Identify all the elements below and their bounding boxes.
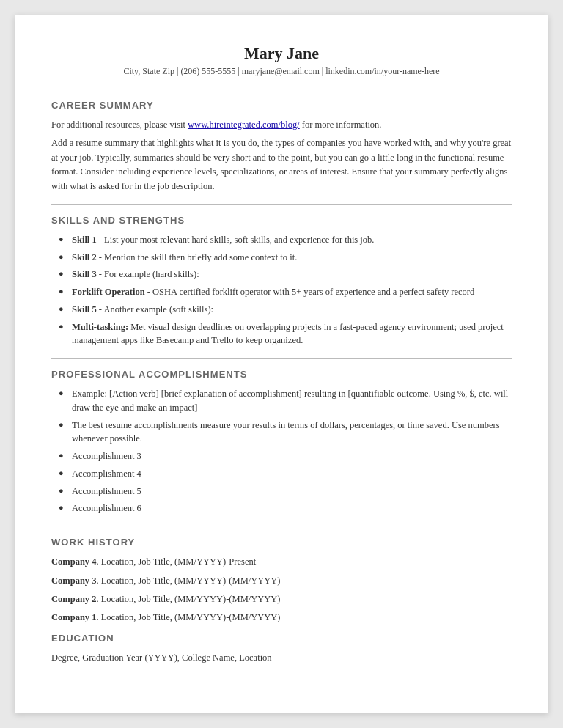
divider-skills — [51, 204, 512, 205]
accomplishments-section: PROFESSIONAL ACCOMPLISHMENTS Example: [A… — [51, 369, 512, 515]
career-summary-text: Add a resume summary that highlights wha… — [51, 136, 512, 194]
work-history-section: WORK HISTORY Company 4. Location, Job Ti… — [51, 537, 512, 625]
work-entry: Company 2. Location, Job Title, (MM/YYYY… — [51, 592, 512, 606]
skill-bold: Skill 2 — [72, 252, 97, 262]
list-item: Skill 3 - For example (hard skills): — [59, 268, 512, 282]
accomplishments-title: PROFESSIONAL ACCOMPLISHMENTS — [51, 369, 512, 380]
header-contact: City, State Zip | (206) 555-5555 | maryj… — [51, 66, 512, 77]
list-item: The best resume accomplishments measure … — [59, 419, 512, 446]
skills-section: SKILLS AND STRENGTHS Skill 1 - List your… — [51, 215, 512, 348]
education-body: Degree, Graduation Year (YYYY), College … — [51, 651, 512, 665]
resume-container: Mary Jane City, State Zip | (206) 555-55… — [15, 15, 548, 713]
work-history-body: Company 4. Location, Job Title, (MM/YYYY… — [51, 555, 512, 625]
education-section: EDUCATION Degree, Graduation Year (YYYY)… — [51, 633, 512, 665]
skills-list: Skill 1 - List your most relevant hard s… — [51, 233, 512, 348]
company-name: Company 3 — [51, 576, 96, 586]
accomplishments-list: Example: [Action verb] [brief explanatio… — [51, 387, 512, 515]
divider-accomplishments — [51, 358, 512, 359]
skill-bold: Multi-tasking: — [72, 322, 128, 332]
education-text: Degree, Graduation Year (YYYY), College … — [51, 651, 512, 665]
career-summary-section: CAREER SUMMARY For additional resources,… — [51, 100, 512, 194]
divider-work-history — [51, 526, 512, 526]
skill-bold: Skill 5 — [72, 304, 97, 315]
company-name: Company 4 — [51, 556, 96, 567]
list-item: Skill 5 - Another example (soft skills): — [59, 303, 512, 317]
skills-title: SKILLS AND STRENGTHS — [51, 215, 512, 226]
career-summary-body: For additional resources, please visit w… — [51, 118, 512, 194]
list-item: Multi-tasking: Met visual design deadlin… — [59, 320, 512, 348]
list-item: Accomplishment 5 — [59, 485, 512, 499]
resume-header: Mary Jane City, State Zip | (206) 555-55… — [51, 44, 512, 77]
skill-bold: Forklift Operation — [72, 287, 145, 297]
list-item: Skill 1 - List your most relevant hard s… — [59, 233, 512, 247]
company-name: Company 1 — [51, 612, 96, 622]
career-summary-title: CAREER SUMMARY — [51, 100, 512, 111]
career-summary-intro: For additional resources, please visit — [51, 120, 188, 130]
list-item: Accomplishment 6 — [59, 501, 512, 515]
work-entry: Company 1. Location, Job Title, (MM/YYYY… — [51, 611, 512, 625]
list-item: Accomplishment 4 — [59, 467, 512, 481]
work-entry: Company 3. Location, Job Title, (MM/YYYY… — [51, 574, 512, 588]
work-history-title: WORK HISTORY — [51, 537, 512, 548]
skill-bold: Skill 3 — [72, 269, 97, 279]
list-item: Skill 2 - Mention the skill then briefly… — [59, 251, 512, 265]
company-name: Company 2 — [51, 594, 96, 604]
education-title: EDUCATION — [51, 633, 512, 644]
career-summary-link[interactable]: www.hireintegrated.com/blog/ — [188, 120, 300, 130]
skill-bold: Skill 1 — [72, 235, 97, 245]
list-item: Accomplishment 3 — [59, 449, 512, 463]
career-summary-intro-end: for more information. — [300, 120, 382, 130]
list-item: Forklift Operation - OSHA certified fork… — [59, 285, 512, 299]
list-item: Example: [Action verb] [brief explanatio… — [59, 387, 512, 415]
header-name: Mary Jane — [51, 44, 512, 63]
work-entry: Company 4. Location, Job Title, (MM/YYYY… — [51, 555, 512, 569]
career-summary-intro-para: For additional resources, please visit w… — [51, 118, 512, 132]
divider-header — [51, 89, 512, 89]
contact-text: City, State Zip | (206) 555-5555 | maryj… — [123, 66, 439, 76]
